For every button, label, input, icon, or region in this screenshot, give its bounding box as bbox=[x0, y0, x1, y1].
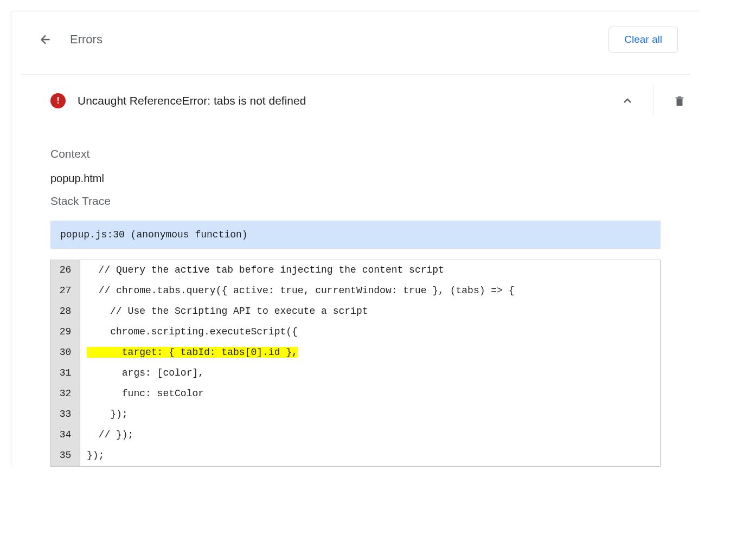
errors-panel: Errors Clear all ! Uncaught ReferenceErr… bbox=[11, 11, 700, 467]
code-content: func: setColor bbox=[80, 384, 660, 404]
code-row: 35}); bbox=[51, 446, 660, 466]
code-row: 26 // Query the active tab before inject… bbox=[51, 260, 660, 281]
line-number: 33 bbox=[51, 404, 80, 425]
page-title: Errors bbox=[70, 33, 102, 47]
code-content: // Query the active tab before injecting… bbox=[80, 260, 660, 281]
code-row: 32 func: setColor bbox=[51, 384, 660, 404]
trash-icon[interactable] bbox=[674, 94, 685, 107]
code-row: 34 // }); bbox=[51, 425, 660, 446]
code-content: // Use the Scripting API to execute a sc… bbox=[80, 301, 660, 322]
code-row: 29 chrome.scripting.executeScript({ bbox=[51, 322, 660, 343]
code-row: 30 target: { tabId: tabs[0].id }, bbox=[51, 343, 660, 363]
header-left: Errors bbox=[39, 33, 102, 47]
action-divider bbox=[654, 86, 654, 116]
line-number: 28 bbox=[51, 301, 80, 322]
error-row[interactable]: ! Uncaught ReferenceError: tabs is not d… bbox=[11, 75, 700, 127]
code-row: 27 // chrome.tabs.query({ active: true, … bbox=[51, 281, 660, 301]
stack-trace-location[interactable]: popup.js:30 (anonymous function) bbox=[50, 221, 661, 249]
header: Errors Clear all bbox=[11, 11, 700, 74]
code-content: // }); bbox=[80, 425, 660, 446]
code-content: }); bbox=[80, 446, 660, 466]
line-number: 26 bbox=[51, 260, 80, 281]
error-message: Uncaught ReferenceError: tabs is not def… bbox=[78, 94, 306, 107]
line-number: 34 bbox=[51, 425, 80, 446]
line-number: 30 bbox=[51, 343, 80, 363]
error-left: ! Uncaught ReferenceError: tabs is not d… bbox=[50, 93, 306, 108]
code-row: 31 args: [color], bbox=[51, 363, 660, 384]
error-icon: ! bbox=[50, 93, 66, 108]
stack-trace-heading: Stack Trace bbox=[50, 195, 661, 208]
line-number: 27 bbox=[51, 281, 80, 301]
error-actions bbox=[621, 86, 685, 116]
code-row: 28 // Use the Scripting API to execute a… bbox=[51, 301, 660, 322]
context-value: popup.html bbox=[50, 172, 661, 185]
line-number: 29 bbox=[51, 322, 80, 343]
code-content: // chrome.tabs.query({ active: true, cur… bbox=[80, 281, 660, 301]
error-badge-symbol: ! bbox=[56, 95, 60, 106]
code-content: args: [color], bbox=[80, 363, 660, 384]
back-arrow-icon[interactable] bbox=[39, 33, 53, 47]
code-row: 33 }); bbox=[51, 404, 660, 425]
line-number: 35 bbox=[51, 446, 80, 466]
code-content: target: { tabId: tabs[0].id }, bbox=[80, 343, 660, 363]
line-number: 31 bbox=[51, 363, 80, 384]
code-content: }); bbox=[80, 404, 660, 425]
code-content: chrome.scripting.executeScript({ bbox=[80, 322, 660, 343]
code-block: 26 // Query the active tab before inject… bbox=[50, 260, 661, 467]
error-details: Context popup.html Stack Trace popup.js:… bbox=[11, 127, 700, 467]
chevron-up-icon[interactable] bbox=[621, 94, 634, 107]
context-heading: Context bbox=[50, 147, 661, 160]
clear-all-button[interactable]: Clear all bbox=[608, 27, 678, 53]
line-number: 32 bbox=[51, 384, 80, 404]
